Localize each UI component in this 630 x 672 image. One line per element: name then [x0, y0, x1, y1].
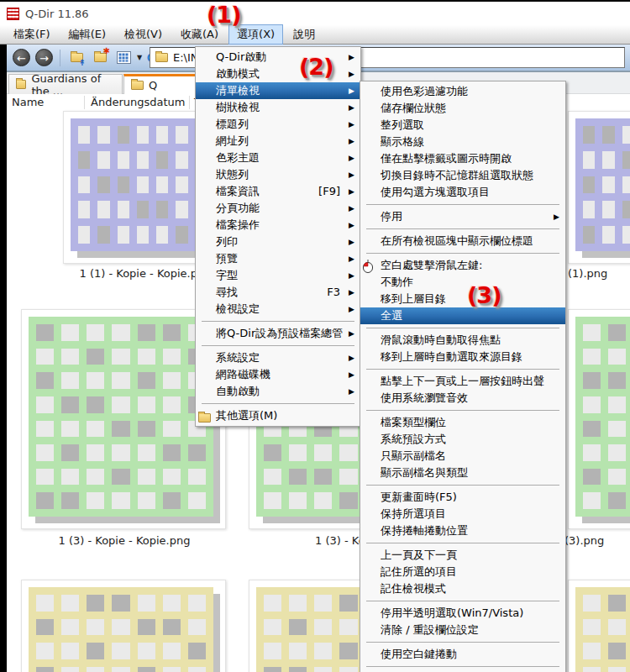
menu-item[interactable]: 檔案操作▶: [196, 217, 360, 234]
thumbnail-grid-cell: [188, 469, 206, 486]
thumbnail-grid-cell: [156, 176, 168, 194]
menu-item[interactable]: 清單檢視▶: [196, 82, 360, 99]
menu-item[interactable]: 預覽▶: [196, 250, 360, 267]
thumbnail-grid-cell: [602, 151, 614, 169]
views-grid-button[interactable]: [114, 49, 133, 67]
folder-up-button[interactable]: ↟: [67, 49, 86, 67]
menu-item[interactable]: 全選: [360, 307, 565, 324]
menu-item[interactable]: 點擊上下一頁或上一層按鈕時出聲: [360, 373, 565, 390]
submenu-arrow-icon: ▶: [349, 325, 354, 342]
menu-item[interactable]: 整列選取: [360, 117, 565, 134]
thumbnail-grid-cell: [176, 226, 187, 244]
menu-item[interactable]: 保持所選項目: [360, 506, 565, 522]
tab-q-active[interactable]: Q: [123, 74, 196, 94]
file-tile[interactable]: [568, 580, 630, 672]
menu-item[interactable]: 其他選項(M): [196, 407, 360, 424]
menu-item[interactable]: 清除 / 重設欄位設定: [360, 622, 565, 638]
menubar-item[interactable]: 編輯(E): [60, 24, 114, 45]
menu-item[interactable]: 標題列▶: [196, 116, 360, 133]
menu-item[interactable]: 系統預設方式: [360, 431, 565, 448]
menu-item[interactable]: 記住檢視模式: [360, 580, 565, 597]
tab-guardians[interactable]: Guardians of the ...: [8, 74, 123, 94]
menu-item[interactable]: 僅在點擊標籤或圖示時開啟: [360, 150, 565, 167]
forward-button[interactable]: →: [35, 49, 53, 66]
menu-item[interactable]: 顯示格線: [360, 134, 565, 150]
menu-item-label: 切換目錄時不記憶群組選取狀態: [381, 169, 533, 181]
up-arrow-overlay-icon: ↟: [79, 59, 86, 67]
thumbnail-grid-cell: [188, 619, 206, 636]
thumbnail-grid-cell: [188, 667, 206, 672]
thumbnail-grid-cell: [87, 667, 104, 672]
menu-item[interactable]: 網路磁碟機▶: [196, 366, 360, 383]
column-header-name[interactable]: Name: [12, 96, 44, 108]
menu-item[interactable]: 網址列▶: [196, 133, 360, 150]
menu-item[interactable]: 顯示副檔名與類型: [360, 465, 565, 481]
menu-item[interactable]: 更新畫面時(F5): [360, 489, 565, 506]
menu-item-label: 使用色彩過濾功能: [381, 85, 468, 97]
thumbnail-grid-cell: [188, 595, 206, 612]
menu-item[interactable]: 上一頁及下一頁: [360, 547, 565, 564]
menu-item[interactable]: 使用空白鍵捲動: [360, 646, 565, 663]
menu-item[interactable]: 將Q-Dir設為預設檔案總管▶: [196, 325, 360, 342]
thumbnail-grid-cell: [137, 176, 149, 194]
views-dropdown-caret-icon[interactable]: ▼: [137, 54, 142, 61]
menu-item[interactable]: 停用▶: [360, 208, 565, 225]
menu-item[interactable]: 記住所選的項目: [360, 564, 565, 580]
listview-submenu: 使用色彩過濾功能儲存欄位狀態整列選取顯示格線僅在點擊標籤或圖示時開啟切換目錄時不…: [360, 81, 566, 672]
menu-item[interactable]: 系統設定▶: [196, 349, 360, 366]
menu-item-label: 不動作: [381, 276, 413, 288]
thumbnail-grid-cell: [583, 324, 601, 341]
menu-item[interactable]: 使用系統瀏覽音效: [360, 390, 565, 407]
menu-item[interactable]: 尋找F3▶: [196, 284, 360, 301]
column-header-date[interactable]: Änderungsdatum: [91, 96, 185, 108]
menu-item[interactable]: 字型▶: [196, 267, 360, 284]
menu-item[interactable]: 保持捲軸捲動位置: [360, 522, 565, 539]
column-divider[interactable]: [84, 96, 85, 109]
menu-item[interactable]: 列印▶: [196, 234, 360, 250]
submenu-arrow-icon: ▶: [349, 82, 354, 99]
file-tile[interactable]: [568, 309, 630, 529]
menu-item[interactable]: 色彩主題▶: [196, 150, 360, 166]
menu-item[interactable]: 狀態列▶: [196, 166, 360, 183]
menu-item[interactable]: Q-Dir啟動▶: [196, 49, 360, 66]
file-tile[interactable]: [568, 111, 630, 264]
menu-item[interactable]: 儲存欄位狀態: [360, 100, 565, 117]
menu-item[interactable]: 只顯示副檔名: [360, 448, 565, 465]
menu-item[interactable]: 使用色彩過濾功能: [360, 83, 565, 100]
menu-item[interactable]: 檢視設定▶: [196, 301, 360, 318]
menubar-item[interactable]: 檔案(F): [5, 24, 59, 45]
menubar-item[interactable]: 檢視(V): [116, 24, 171, 45]
thumbnail-grid-cell: [138, 492, 155, 509]
menubar-item[interactable]: 說明: [285, 24, 323, 45]
menu-item[interactable]: 檔案類型欄位: [360, 414, 565, 431]
menu-item[interactable]: 使用勾選方塊選取項目: [360, 184, 565, 201]
thumbnail-grid-cell: [583, 226, 595, 244]
menu-item[interactable]: 自動啟動▶: [196, 383, 360, 400]
thumbnail-grid-cell: [112, 372, 129, 389]
menu-item[interactable]: 啟動模式▶: [196, 66, 360, 82]
menu-item[interactable]: 檔案資訊[F9]▶: [196, 183, 360, 200]
menu-item[interactable]: 在所有檢視區塊中顯示欄位標題: [360, 233, 565, 249]
thumbnail-grid-cell: [137, 201, 149, 218]
thumbnail-grid-cell: [583, 151, 595, 169]
thumbnail-grid-cell: [622, 151, 630, 169]
menu-item[interactable]: 樹狀檢視▶: [196, 99, 360, 116]
column-divider[interactable]: [189, 96, 190, 109]
window-title: Q-Dir 11.86: [25, 8, 89, 20]
file-tile[interactable]: [21, 580, 226, 672]
thumbnail-grid-cell: [87, 444, 104, 461]
thumbnail-grid-cell: [61, 349, 79, 365]
menu-item[interactable]: 停用半透明選取(Win7/Vista): [360, 605, 565, 622]
menu-item[interactable]: 不動作: [360, 274, 565, 291]
menu-item[interactable]: 分頁功能▶: [196, 200, 360, 217]
thumbnail-grid-cell: [608, 667, 626, 672]
thumbnail-grid-cell: [622, 226, 630, 244]
favorites-folder-button[interactable]: ✱: [91, 49, 109, 67]
menu-item[interactable]: 滑鼠滾動時自動取得焦點: [360, 332, 565, 349]
menu-item[interactable]: 移到上層目錄: [360, 291, 565, 307]
menu-item[interactable]: 空白處雙擊滑鼠左鍵:: [360, 257, 565, 274]
thumbnail-grid-cell: [176, 201, 187, 218]
menu-item[interactable]: 切換目錄時不記憶群組選取狀態: [360, 167, 565, 184]
back-button[interactable]: ←: [13, 49, 30, 66]
menu-item[interactable]: 移到上層時自動選取來源目錄: [360, 349, 565, 365]
